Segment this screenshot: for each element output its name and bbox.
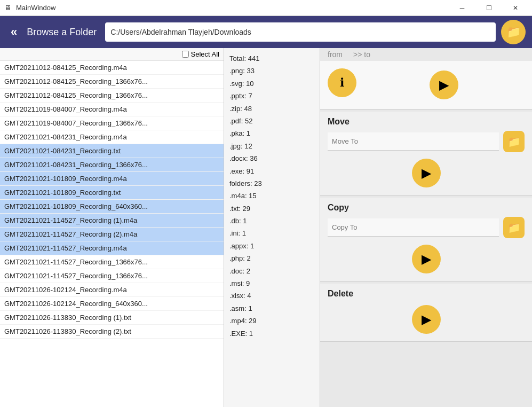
copy-title: Copy bbox=[328, 203, 525, 213]
from-to-header: from >> to bbox=[320, 48, 532, 61]
stat-item: .asm: 1 bbox=[229, 302, 314, 315]
actions-panel: from >> to ℹ ▶ Move 📁 bbox=[320, 48, 532, 407]
copy-to-input[interactable] bbox=[328, 218, 499, 237]
list-item[interactable]: GMT20211019-084007_Recording.m4a bbox=[0, 103, 224, 116]
list-item[interactable]: GMT20211012-084125_Recording_1366x76... bbox=[0, 75, 224, 89]
select-all-label[interactable]: Select All bbox=[182, 50, 219, 58]
stat-item: .ini: 1 bbox=[229, 227, 314, 239]
back-button[interactable]: « bbox=[6, 23, 21, 41]
list-item[interactable]: GMT20211021-084231_Recording.m4a bbox=[0, 130, 224, 144]
stat-item: .png: 33 bbox=[229, 65, 314, 77]
list-item[interactable]: GMT20211021-114527_Recording (2).m4a bbox=[0, 228, 224, 241]
delete-play-button[interactable]: ▶ bbox=[412, 305, 441, 334]
move-folder-button[interactable]: 📁 bbox=[503, 131, 525, 152]
stat-item: .pdf: 52 bbox=[229, 115, 314, 127]
move-section: Move 📁 ▶ bbox=[320, 112, 532, 195]
list-item[interactable]: GMT20211012-084125_Recording.m4a bbox=[0, 61, 224, 75]
move-input-row: 📁 bbox=[328, 131, 525, 152]
copy-input-row: 📁 bbox=[328, 217, 525, 238]
delete-play-icon: ▶ bbox=[422, 312, 431, 327]
stat-item: folders: 23 bbox=[229, 177, 314, 190]
from-label: from bbox=[328, 50, 343, 59]
list-item[interactable]: GMT20211012-084125_Recording_1366x76... bbox=[0, 89, 224, 103]
list-item[interactable]: GMT20211021-114527_Recording_1366x76... bbox=[0, 269, 224, 283]
stat-item: .m4a: 15 bbox=[229, 190, 314, 202]
maximize-button[interactable]: ☐ bbox=[477, 0, 501, 16]
move-play-button[interactable]: ▶ bbox=[412, 159, 441, 187]
list-item[interactable]: GMT20211021-084231_Recording.txt bbox=[0, 144, 224, 158]
stats-panel: Total: 441.png: 33.svg: 10.pptx: 7.zip: … bbox=[224, 48, 320, 407]
stat-item: .txt: 29 bbox=[229, 202, 314, 215]
stat-item: .zip: 48 bbox=[229, 103, 314, 115]
file-list[interactable]: GMT20211012-084125_Recording.m4aGMT20211… bbox=[0, 61, 224, 407]
close-button[interactable]: ✕ bbox=[503, 0, 528, 16]
list-item[interactable]: GMT20211021-101809_Recording.m4a bbox=[0, 172, 224, 186]
window-title: MainWindow bbox=[16, 4, 450, 12]
info-icon: ℹ bbox=[340, 76, 344, 90]
stat-item: .mp4: 29 bbox=[229, 315, 314, 327]
list-item[interactable]: GMT20211021-101809_Recording_640x360... bbox=[0, 200, 224, 214]
info-play-section: ℹ ▶ bbox=[320, 61, 532, 109]
stat-item: .php: 2 bbox=[229, 252, 314, 264]
list-item[interactable]: GMT20211021-114527_Recording.m4a bbox=[0, 241, 224, 255]
stat-item: Total: 441 bbox=[229, 52, 314, 65]
stat-item: .docx: 36 bbox=[229, 152, 314, 165]
copy-play-button[interactable]: ▶ bbox=[412, 245, 441, 273]
minimize-button[interactable]: ─ bbox=[450, 0, 474, 16]
list-item[interactable]: GMT20211021-114527_Recording (1).m4a bbox=[0, 214, 224, 228]
list-item[interactable]: GMT20211021-101809_Recording.txt bbox=[0, 186, 224, 200]
select-all-checkbox[interactable] bbox=[182, 51, 189, 58]
move-folder-icon: 📁 bbox=[507, 135, 521, 148]
list-item[interactable]: GMT20211021-084231_Recording_1366x76... bbox=[0, 158, 224, 172]
browse-folder-button[interactable]: 📁 bbox=[501, 20, 526, 44]
app-icon: 🖥 bbox=[4, 4, 13, 12]
move-title: Move bbox=[328, 117, 525, 127]
list-item[interactable]: GMT20211021-114527_Recording_1366x76... bbox=[0, 255, 224, 269]
list-item[interactable]: GMT20211026-102124_Recording.m4a bbox=[0, 283, 224, 297]
preview-play-button[interactable]: ▶ bbox=[430, 71, 458, 99]
file-list-panel: Select All GMT20211012-084125_Recording.… bbox=[0, 48, 224, 407]
header-title: Browse a Folder bbox=[27, 27, 97, 38]
info-play-row: ℹ ▶ bbox=[328, 68, 525, 101]
move-play-icon: ▶ bbox=[422, 166, 431, 181]
path-display: C:/Users/Abdelrahman Tlayjeh/Downloads bbox=[105, 22, 496, 42]
info-button[interactable]: ℹ bbox=[328, 68, 356, 97]
stat-item: .pptx: 7 bbox=[229, 90, 314, 102]
stat-item: .appx: 1 bbox=[229, 240, 314, 252]
copy-section: Copy 📁 ▶ bbox=[320, 198, 532, 281]
copy-folder-button[interactable]: 📁 bbox=[503, 217, 525, 238]
stat-item: .EXE: 1 bbox=[229, 327, 314, 340]
to-label: >> to bbox=[353, 50, 370, 59]
stat-item: .db: 1 bbox=[229, 215, 314, 227]
play-icon: ▶ bbox=[439, 77, 449, 92]
stat-item: .pka: 1 bbox=[229, 127, 314, 139]
copy-play-icon: ▶ bbox=[422, 252, 431, 267]
delete-title: Delete bbox=[328, 289, 525, 299]
stat-item: .doc: 2 bbox=[229, 265, 314, 277]
list-item[interactable]: GMT20211026-102124_Recording_640x360... bbox=[0, 297, 224, 311]
title-bar-controls: ─ ☐ ✕ bbox=[450, 0, 528, 16]
copy-folder-icon: 📁 bbox=[507, 221, 521, 234]
title-bar: 🖥 MainWindow ─ ☐ ✕ bbox=[0, 0, 532, 16]
stat-item: .svg: 10 bbox=[229, 77, 314, 90]
folder-icon: 📁 bbox=[506, 25, 521, 39]
list-item[interactable]: GMT20211026-113830_Recording (1).txt bbox=[0, 311, 224, 325]
stat-item: .xlsx: 4 bbox=[229, 289, 314, 302]
stat-item: .jpg: 12 bbox=[229, 140, 314, 152]
stat-item: .msi: 9 bbox=[229, 277, 314, 289]
delete-section: Delete ▶ bbox=[320, 284, 532, 342]
move-to-input[interactable] bbox=[328, 132, 499, 151]
list-item[interactable]: GMT20211026-113830_Recording (2).txt bbox=[0, 325, 224, 339]
header: « Browse a Folder C:/Users/Abdelrahman T… bbox=[0, 16, 532, 48]
stat-item: .exe: 91 bbox=[229, 165, 314, 177]
list-item[interactable]: GMT20211019-084007_Recording_1366x76... bbox=[0, 116, 224, 130]
select-all-bar: Select All bbox=[0, 48, 224, 61]
main-content: Select All GMT20211012-084125_Recording.… bbox=[0, 48, 532, 407]
